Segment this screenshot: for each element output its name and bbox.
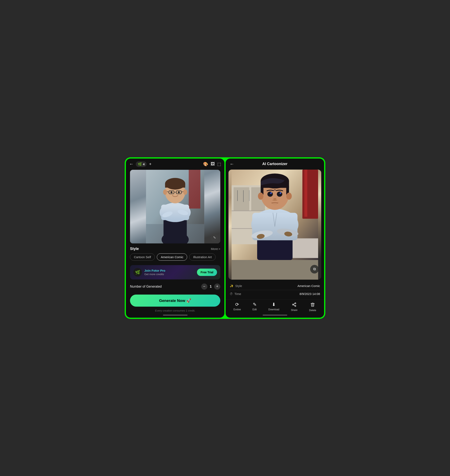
source-photo — [130, 170, 220, 244]
promo-icon: 🌿 — [133, 268, 142, 277]
svg-point-21 — [178, 191, 180, 193]
share-action[interactable]: Share — [291, 302, 297, 312]
style-section: Style More > Cartoon Self American Comic… — [126, 244, 224, 262]
download-icon: ⬇ — [272, 302, 276, 307]
counter-row: − 1 + — [201, 284, 220, 290]
action-bar: ⟳ Evolve ✎ Edit ⬇ Download Share — [226, 299, 324, 314]
back-button[interactable]: ← — [129, 161, 134, 167]
promo-subtitle: Get more credits — [144, 273, 195, 276]
increment-button[interactable]: + — [214, 284, 220, 290]
svg-line-66 — [294, 305, 295, 306]
divider — [230, 290, 320, 290]
promo-banner: 🌿 Join Fotor Pro Get more credits Free T… — [130, 265, 220, 279]
delete-label: Delete — [309, 309, 316, 312]
time-info-label: ⏱ Time — [230, 292, 241, 296]
generated-label: Number of Generated — [130, 285, 162, 288]
clock-icon: ⏱ — [230, 292, 233, 296]
svg-rect-36 — [231, 260, 318, 279]
svg-rect-35 — [290, 238, 318, 258]
left-panel: ← 🌿 4 + 🎨 🖼 ⬚ — [126, 158, 224, 318]
edit-action[interactable]: ✎ Edit — [252, 302, 257, 312]
pill-illustration-art[interactable]: Illustration Art — [189, 253, 216, 261]
app-container: ← 🌿 4 + 🎨 🖼 ⬚ — [125, 157, 325, 319]
svg-point-57 — [277, 192, 282, 197]
right-header: ← AI Cartoonizer — [226, 158, 324, 170]
right-home-indicator — [263, 315, 287, 316]
plus-button[interactable]: + — [149, 162, 152, 167]
right-title: AI Cartoonizer — [262, 162, 287, 166]
share-label: Share — [291, 309, 297, 312]
evolve-label: Evolve — [233, 308, 241, 311]
promo-title: Join Fotor Pro — [144, 269, 195, 272]
right-panel: ← AI Cartoonizer — [226, 158, 324, 318]
decrement-button[interactable]: − — [201, 284, 207, 290]
download-action[interactable]: ⬇ Download — [268, 302, 279, 312]
generated-section: Number of Generated − 1 + — [126, 282, 224, 292]
result-image-area: ⧉ — [229, 170, 321, 280]
svg-rect-34 — [304, 170, 307, 217]
generate-button[interactable]: Generate Now 🚀 — [130, 295, 220, 307]
credit-note: Every creation consumes 1 credit. — [126, 308, 224, 315]
time-info-row: ⏱ Time 8/9/2023 14:08 — [230, 290, 320, 297]
pill-cartoon-self[interactable]: Cartoon Self — [130, 253, 155, 261]
pill-american-comic[interactable]: American Comic — [157, 253, 187, 261]
style-info-label: ✨ Style — [230, 284, 242, 288]
svg-rect-14 — [165, 184, 185, 188]
svg-point-55 — [286, 192, 292, 200]
delete-action[interactable]: Delete — [309, 302, 316, 312]
header-icons: 🎨 🖼 ⬚ — [203, 162, 221, 167]
share-icon — [292, 302, 296, 308]
evolve-action[interactable]: ⟳ Evolve — [233, 302, 241, 312]
free-trial-button[interactable]: Free Trial — [197, 269, 217, 276]
compare-icon[interactable]: ⧉ — [310, 265, 319, 273]
palette-icon[interactable]: 🎨 — [203, 162, 208, 167]
style-sparkle-icon: ✨ — [230, 284, 234, 288]
edit-label: Edit — [252, 308, 257, 311]
style-header: Style More > — [130, 247, 220, 251]
promo-text: Join Fotor Pro Get more credits — [144, 269, 195, 276]
svg-line-67 — [294, 303, 295, 304]
download-label: Download — [268, 308, 279, 311]
counter-value: 1 — [210, 284, 212, 289]
style-info-row: ✨ Style American Comic — [230, 283, 320, 290]
evolve-icon: ⟳ — [235, 302, 239, 307]
image-icon[interactable]: 🖼 — [211, 162, 215, 167]
right-back-button[interactable]: ← — [230, 161, 234, 167]
svg-point-60 — [271, 192, 272, 193]
photo-area: ⤡ — [130, 170, 220, 244]
left-header: ← 🌿 4 + 🎨 🖼 ⬚ — [126, 158, 224, 170]
badge-number: 4 — [143, 163, 145, 166]
delete-icon — [310, 302, 315, 308]
svg-rect-3 — [189, 170, 201, 209]
svg-point-22 — [163, 189, 167, 195]
leaf-badge: 🌿 4 — [136, 161, 147, 167]
style-info-value: American Comic — [297, 284, 320, 288]
more-button[interactable]: More > — [211, 247, 220, 250]
edit-icon: ✎ — [253, 302, 256, 307]
svg-point-56 — [267, 192, 273, 197]
home-indicator — [163, 315, 188, 316]
style-pills: Cartoon Self American Comic Illustration… — [130, 253, 220, 261]
svg-point-20 — [171, 191, 172, 193]
crop-icon[interactable]: ⬚ — [217, 162, 221, 167]
style-title: Style — [130, 247, 139, 251]
leaf-icon: 🌿 — [138, 162, 142, 166]
svg-point-54 — [258, 192, 263, 200]
generated-row: Number of Generated − 1 + — [130, 284, 220, 290]
crop-button[interactable]: ⤡ — [210, 234, 218, 241]
svg-point-23 — [183, 189, 187, 195]
time-info-value: 8/9/2023 14:08 — [300, 292, 320, 296]
svg-point-61 — [280, 192, 281, 193]
info-section: ✨ Style American Comic ⏱ Time 8/9/2023 1… — [226, 280, 324, 299]
svg-point-62 — [273, 198, 276, 200]
svg-rect-26 — [234, 187, 249, 211]
